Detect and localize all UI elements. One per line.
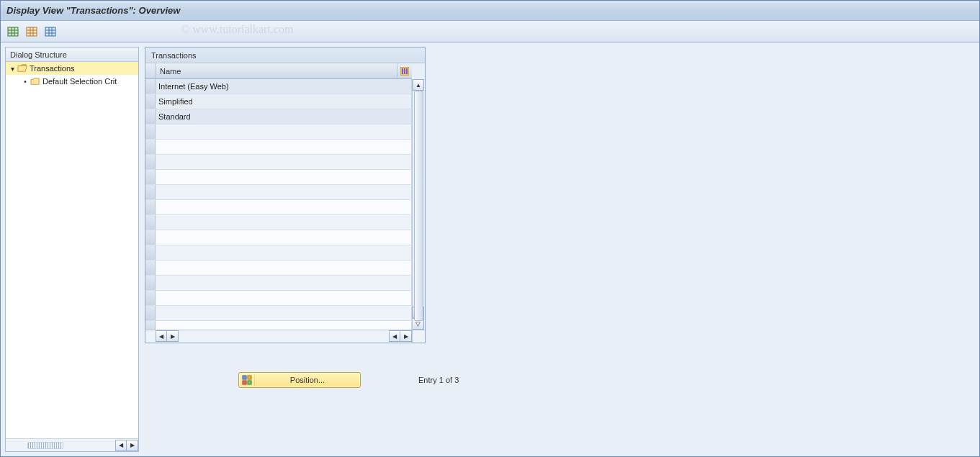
svg-rect-22 [243, 381, 246, 384]
column-name-header[interactable]: Name [156, 63, 397, 78]
tree-hscroll: ◀ ▶ [115, 440, 138, 451]
hscroll-left[interactable]: ◀ [156, 330, 167, 342]
table-row-empty [145, 215, 412, 230]
window-title-bar: Display View "Transactions": Overview [1, 1, 979, 21]
vscroll-up[interactable]: ▲ [413, 79, 424, 91]
vscroll-thumb[interactable] [414, 91, 423, 321]
position-label: Position... [255, 376, 360, 384]
cell-name[interactable]: Internet (Easy Web) [156, 79, 412, 94]
toolbar: © www.tutorialkart.com [1, 21, 979, 42]
row-select-handle[interactable] [145, 94, 156, 109]
hscroll-right2[interactable]: ▶ [400, 330, 412, 342]
tree-node-transactions[interactable]: ▾ Transactions [6, 62, 138, 75]
svg-rect-5 [27, 27, 37, 36]
app-frame: Display View "Transactions": Overview [0, 0, 980, 457]
grid-green-icon [7, 26, 19, 37]
position-icon [239, 375, 255, 385]
table-row-empty [145, 170, 412, 185]
table-row-empty [145, 321, 412, 330]
svg-rect-21 [248, 376, 251, 379]
hscroll-left2[interactable]: ◀ [389, 330, 400, 342]
dialog-structure-header: Dialog Structure [6, 47, 138, 62]
tree-collapse-icon[interactable]: ▾ [9, 65, 16, 73]
toolbar-worklist-button[interactable] [24, 24, 40, 40]
body: Dialog Structure ▾ Transactions • [1, 42, 979, 456]
table-grid-wrap: Name [145, 63, 425, 330]
page-title: Display View "Transactions": Overview [6, 5, 180, 16]
watermark: © www.tutorialkart.com [181, 23, 293, 36]
table-grid: Name [145, 63, 412, 330]
svg-rect-0 [8, 27, 18, 36]
open-folder-icon [17, 64, 27, 73]
table-row-empty [145, 230, 412, 245]
cell-name[interactable]: Standard [156, 109, 412, 124]
table-row[interactable]: Standard [145, 109, 412, 125]
folder-icon [30, 77, 40, 86]
toolbar-settings-button[interactable] [42, 24, 58, 40]
svg-rect-20 [243, 376, 246, 379]
main-content: Transactions Name [139, 42, 979, 456]
tree-bullet-icon: • [22, 78, 29, 86]
table-row-empty [145, 245, 412, 261]
grid-blue-icon [45, 26, 56, 37]
svg-rect-10 [45, 27, 55, 36]
row-select-handle[interactable] [145, 79, 156, 94]
tree-hscroll-right[interactable]: ▶ [127, 440, 138, 451]
tree-resize-grip[interactable] [27, 442, 63, 449]
svg-rect-23 [248, 381, 251, 384]
table-row-empty [145, 125, 412, 140]
hscroll-track[interactable] [179, 330, 389, 343]
tree-footer: ◀ ▶ [6, 438, 138, 451]
table-row-empty [145, 200, 412, 215]
svg-rect-17 [404, 68, 405, 74]
position-button[interactable]: Position... [238, 372, 361, 388]
tree-hscroll-left[interactable]: ◀ [115, 440, 127, 451]
svg-rect-16 [402, 68, 403, 74]
transactions-table: Transactions Name [145, 47, 426, 343]
row-select-handle[interactable] [145, 109, 156, 124]
column-configure-button[interactable] [397, 63, 412, 78]
table-header-row: Name [145, 63, 412, 79]
grid-orange-icon [26, 26, 37, 37]
table-row-empty [145, 261, 412, 276]
tree-label-transactions: Transactions [30, 64, 75, 73]
tree-label-default-selection: Default Selection Crit [42, 77, 117, 86]
toolbar-display-button[interactable] [5, 24, 21, 40]
table-row-empty [145, 185, 412, 200]
tree-node-default-selection[interactable]: • Default Selection Crit [6, 75, 138, 88]
table-row-empty [145, 291, 412, 306]
select-all-handle[interactable] [145, 63, 156, 78]
grid-rows: Internet (Easy Web) Simplified Standard [145, 79, 412, 330]
table-row[interactable]: Simplified [145, 94, 412, 109]
entry-status: Entry 1 of 3 [418, 376, 459, 384]
svg-rect-18 [406, 68, 408, 74]
table-row-empty [145, 140, 412, 155]
table-row-empty [145, 155, 412, 170]
vscroll-track[interactable] [413, 91, 425, 307]
table-row[interactable]: Internet (Easy Web) [145, 79, 412, 94]
column-config-icon [400, 67, 409, 76]
tree-body: ▾ Transactions • Default Selection Crit [6, 62, 138, 438]
table-title: Transactions [145, 47, 425, 63]
cell-name[interactable]: Simplified [156, 94, 412, 109]
footer: Position... Entry 1 of 3 [145, 372, 584, 388]
table-row-empty [145, 276, 412, 291]
table-row-empty [145, 306, 412, 321]
hscroll-right[interactable]: ▶ [167, 330, 179, 342]
table-hscroll: ◀ ▶ ◀ ▶ [145, 330, 425, 343]
dialog-structure-panel: Dialog Structure ▾ Transactions • [5, 47, 139, 452]
table-vscroll[interactable]: ▲ ▼ ▽ [412, 79, 425, 330]
